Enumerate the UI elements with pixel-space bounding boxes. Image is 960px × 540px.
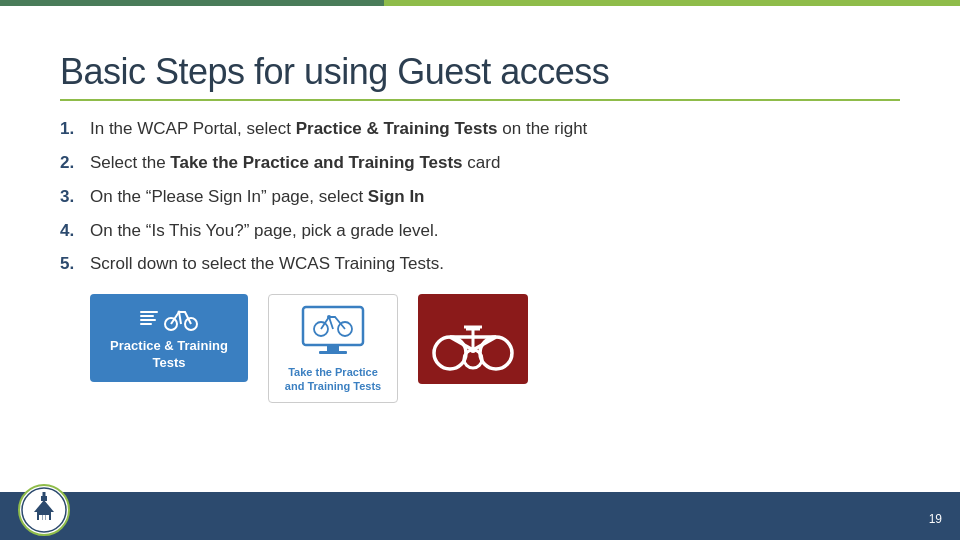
svg-point-3 — [178, 311, 181, 314]
take-practice-card: Take the Practice and Training Tests — [268, 294, 398, 403]
svg-line-14 — [450, 337, 473, 350]
svg-rect-5 — [327, 345, 339, 351]
step-5: 5. Scroll down to select the WCAS Traini… — [60, 252, 900, 276]
red-tricycle-card — [418, 294, 528, 384]
step-4-text: On the “Is This You?” page, pick a grade… — [90, 219, 438, 243]
card2-label: Take the Practice and Training Tests — [279, 365, 387, 394]
logo-area — [18, 484, 70, 536]
step-1-text: In the WCAP Portal, select Practice & Tr… — [90, 117, 587, 141]
slide: Basic Steps for using Guest access 1. In… — [0, 0, 960, 540]
images-row: Practice & Training Tests Take the Pract… — [90, 294, 900, 403]
tricycle-icon — [428, 299, 518, 379]
svg-rect-29 — [46, 515, 49, 520]
card1-icon-row — [140, 304, 198, 332]
step-3-bold: Sign In — [368, 187, 425, 206]
top-accent-bar — [0, 0, 960, 6]
practice-training-card: Practice & Training Tests — [90, 294, 248, 382]
svg-point-21 — [470, 347, 476, 353]
step-3-number: 3. — [60, 185, 82, 209]
card1-label: Practice & Training Tests — [102, 338, 236, 372]
step-1-number: 1. — [60, 117, 82, 141]
list-line-1 — [140, 311, 158, 313]
bicycle-icon-card1 — [164, 304, 198, 332]
bottom-bar: 19 — [0, 492, 960, 540]
step-3: 3. On the “Please Sign In” page, select … — [60, 185, 900, 209]
list-line-2 — [140, 315, 154, 317]
step-2-number: 2. — [60, 151, 82, 175]
step-2-text: Select the Take the Practice and Trainin… — [90, 151, 500, 175]
steps-list: 1. In the WCAP Portal, select Practice &… — [60, 117, 900, 276]
list-lines-icon — [140, 311, 158, 325]
list-line-3 — [140, 319, 156, 321]
step-5-text: Scroll down to select the WCAS Training … — [90, 252, 444, 276]
svg-rect-27 — [43, 492, 46, 497]
svg-rect-6 — [319, 351, 347, 354]
list-line-4 — [140, 323, 152, 325]
svg-rect-30 — [43, 515, 46, 520]
svg-rect-4 — [303, 307, 363, 345]
title-divider — [60, 99, 900, 101]
step-4: 4. On the “Is This You?” page, pick a gr… — [60, 219, 900, 243]
step-4-number: 4. — [60, 219, 82, 243]
svg-point-10 — [327, 315, 331, 319]
step-2: 2. Select the Take the Practice and Trai… — [60, 151, 900, 175]
step-5-number: 5. — [60, 252, 82, 276]
svg-line-15 — [473, 337, 496, 350]
page-number: 19 — [929, 512, 942, 526]
slide-title: Basic Steps for using Guest access — [60, 50, 900, 93]
svg-rect-28 — [39, 515, 42, 520]
step-1-bold: Practice & Training Tests — [296, 119, 498, 138]
step-1: 1. In the WCAP Portal, select Practice &… — [60, 117, 900, 141]
svg-line-2 — [179, 312, 181, 324]
step-2-bold: Take the Practice and Training Tests — [170, 153, 462, 172]
step-3-text: On the “Please Sign In” page, select Sig… — [90, 185, 425, 209]
monitor-bicycle-icon — [293, 303, 373, 359]
state-logo — [18, 484, 70, 536]
